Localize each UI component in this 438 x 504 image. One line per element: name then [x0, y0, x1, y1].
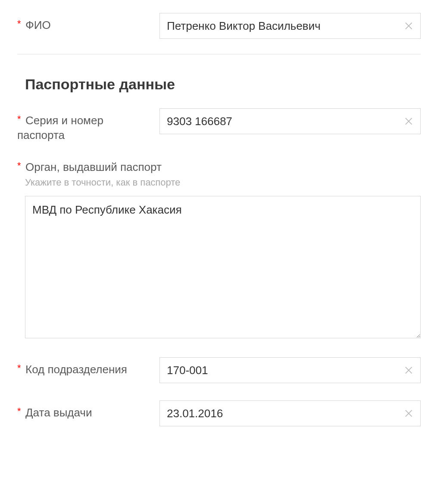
- passport-series-row: * Серия и номер паспорта: [17, 108, 421, 143]
- required-mark: *: [17, 18, 21, 29]
- issue-date-row: * Дата выдачи: [17, 400, 421, 426]
- issue-date-input-col: [160, 400, 421, 426]
- issued-by-textarea[interactable]: [25, 196, 421, 338]
- division-code-label-col: * Код подразделения: [17, 357, 151, 377]
- division-code-label: Код подразделения: [25, 363, 127, 376]
- issue-date-label: Дата выдачи: [25, 406, 92, 419]
- issued-by-field: * Орган, выдавший паспорт Укажите в точн…: [17, 160, 421, 340]
- close-icon: [404, 117, 413, 126]
- close-icon: [404, 21, 413, 31]
- issued-by-label: Орган, выдавший паспорт: [25, 161, 162, 173]
- passport-section-heading: Паспортные данные: [25, 76, 421, 93]
- division-code-input-wrapper: [160, 357, 421, 383]
- issued-by-label-block: * Орган, выдавший паспорт Укажите в точн…: [17, 160, 421, 189]
- required-mark: *: [17, 406, 21, 416]
- passport-series-label: Серия и номер паспорта: [17, 114, 103, 142]
- passport-series-label-col: * Серия и номер паспорта: [17, 108, 151, 143]
- division-code-input-col: [160, 357, 421, 383]
- close-icon: [404, 365, 413, 375]
- fio-label-col: * ФИО: [17, 13, 151, 33]
- required-mark: *: [17, 113, 21, 124]
- division-code-clear-button[interactable]: [403, 364, 415, 376]
- passport-series-input-wrapper: [160, 108, 421, 134]
- fio-input-col: [160, 13, 421, 39]
- passport-series-input[interactable]: [160, 108, 421, 134]
- issued-by-textarea-wrap: [25, 196, 421, 340]
- issue-date-input-wrapper: [160, 400, 421, 426]
- passport-series-clear-button[interactable]: [403, 115, 415, 127]
- required-mark: *: [17, 362, 21, 373]
- issue-date-input[interactable]: [160, 400, 421, 426]
- required-mark: *: [17, 160, 21, 171]
- close-icon: [404, 409, 413, 418]
- fio-label: ФИО: [25, 19, 51, 32]
- passport-series-input-col: [160, 108, 421, 134]
- division-code-row: * Код подразделения: [17, 357, 421, 383]
- division-code-input[interactable]: [160, 357, 421, 383]
- issue-date-label-col: * Дата выдачи: [17, 400, 151, 420]
- fio-input-wrapper: [160, 13, 421, 39]
- issued-by-hint: Укажите в точности, как в паспорте: [25, 177, 421, 188]
- fio-input[interactable]: [160, 13, 421, 39]
- fio-clear-button[interactable]: [403, 20, 415, 32]
- issue-date-clear-button[interactable]: [403, 407, 415, 419]
- fio-row: * ФИО: [17, 13, 421, 54]
